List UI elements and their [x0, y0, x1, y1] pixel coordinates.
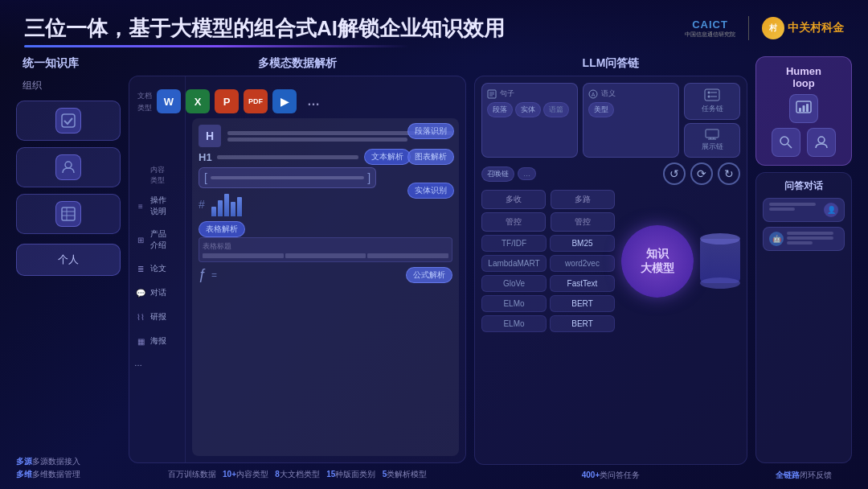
table-visual: 表格标题 [199, 237, 452, 262]
tcell3 [367, 253, 448, 258]
kb-box-table [16, 194, 121, 234]
ret-bert1: BERT [550, 295, 615, 312]
check-icon [55, 108, 81, 134]
image-analysis-badge: 图表解析 [407, 149, 454, 165]
content-types: 内容类型 ≡ 操作说明 ⊞ 产品介绍 ≣ 论文 💬 对话 [129, 76, 186, 462]
retrieval-grid: TF/IDF BM25 LambdaMART word2vec GloVe Fa… [481, 235, 615, 332]
bar1 [211, 207, 216, 216]
left-footer-highlight2: 多维 [16, 470, 32, 479]
nlu-row: 句子 段落 实体 语篇 A 语义 美型 [481, 83, 740, 158]
refresh-row: ↺ ⟳ ↻ [663, 162, 740, 185]
org-group-label: 组织 [16, 76, 121, 94]
entity-badge: 实体识别 [407, 183, 454, 199]
table-area: 表格解析 表格标题 [199, 220, 452, 262]
search-icon-btn [772, 128, 800, 157]
tcell1 [203, 253, 284, 258]
multi-route-box: 多路 [551, 190, 615, 209]
task-chain-label: 任务链 [702, 104, 723, 114]
cylinder [700, 239, 740, 283]
bar5 [237, 197, 242, 216]
chip-discourse: 语篇 [543, 102, 569, 117]
ct-item-dialog: 💬 对话 [129, 282, 185, 303]
table-analysis-badge: 表格解析 [199, 221, 245, 237]
formula-icon: ƒ [199, 266, 207, 283]
user-avatar: 👤 [824, 203, 838, 217]
table-label: 表格标题 [203, 241, 448, 252]
task-chain-box: 任务链 [684, 83, 740, 120]
llm-section-label: LLM问答链 [474, 56, 747, 71]
chat-lines-user [769, 203, 821, 211]
ret-bert2: BERT [550, 315, 615, 332]
nlu-title-sentence: 句子 [487, 88, 572, 99]
display-chain-inner: 展示链 [690, 129, 735, 152]
zgc-icon: 村 [762, 17, 784, 39]
equals-icon: = [211, 269, 217, 281]
ct-item-paper: ≣ 论文 [129, 258, 185, 279]
knowledge-retrieval-row: 多收 多路 管控 管控 TF/IDF BM25 [481, 190, 740, 332]
ct-item-research: ⌇⌇ 研报 [129, 306, 185, 327]
ct-item-poster: ▦ 海报 [129, 331, 185, 351]
panel-right: Humenloop 问答对话 [755, 56, 852, 481]
qa-box: 问答对话 👤 🤖 [755, 172, 852, 463]
formula-badge: 公式解析 [406, 267, 452, 283]
right-footer: 全链路闭环反馈 [755, 470, 852, 481]
bar3 [224, 194, 229, 216]
dialog-icon: 💬 [134, 286, 147, 299]
humen-loop-title: Humenloop [786, 65, 821, 89]
middle-section-label: 多模态数据解析 [129, 56, 466, 71]
ct-item-product: ⊞ 产品介绍 [129, 224, 185, 255]
chip-para: 段落 [487, 102, 513, 117]
user-icon [55, 154, 81, 180]
llm-inner: 句子 段落 实体 语篇 A 语义 美型 [474, 76, 747, 465]
text-analysis-badge: 文本解析 [364, 149, 411, 165]
nlu-box-semantic: A 语义 美型 [583, 83, 679, 158]
svg-rect-24 [806, 104, 809, 112]
bar2 [218, 200, 223, 216]
chip-dots: … [518, 167, 536, 180]
retrieval-left: 多收 多路 管控 管控 TF/IDF BM25 [481, 190, 615, 332]
chart-icon-btn [789, 94, 818, 123]
ct-item-ops: ≡ 操作说明 [129, 191, 185, 221]
para-badge: 段落识别 [407, 123, 454, 139]
poster-icon: ▦ [134, 335, 147, 347]
refresh-icon1: ↺ [663, 162, 686, 185]
refresh-icon3: ↻ [718, 162, 740, 185]
output-box: 管控 [551, 212, 615, 232]
svg-rect-0 [62, 114, 75, 127]
ret-bm25: BM25 [550, 235, 615, 252]
qa-title: 问答对话 [763, 179, 845, 193]
vector-db [700, 239, 740, 283]
ops-icon: ≡ [134, 199, 147, 212]
personal-group: 个人 [16, 244, 121, 276]
hash-icon: # [199, 198, 205, 211]
chat-lines-bot [787, 232, 838, 244]
content-type-col-label: 内容类型 [129, 163, 185, 187]
page-title: 三位一体，基于大模型的组合式AI解锁企业知识效用 [24, 14, 685, 43]
content-type-label: 类型 [137, 103, 152, 113]
ret-glove: GloVe [481, 275, 547, 292]
feedback-row: 召唤链 … ↺ ⟳ ↻ [481, 162, 740, 185]
middle-inner: 文档 类型 W X P PDF ▶ … 内容类型 ≡ 操作说明 [129, 76, 466, 463]
svg-rect-17 [706, 129, 719, 138]
product-icon: ⊞ [134, 233, 147, 246]
panel-middle: 多模态数据解析 文档 类型 W X P PDF ▶ … [129, 56, 466, 481]
left-section-label: 统一知识库 [16, 56, 121, 71]
cline4 [787, 236, 833, 240]
chip-recall: 召唤链 [481, 166, 514, 182]
svg-point-27 [818, 137, 825, 143]
svg-point-14 [708, 96, 710, 98]
zgc-logo: 村 中关村科金 [762, 17, 844, 39]
ret-lambda: LambdaMART [481, 255, 547, 272]
parsing-area: 段落识别 文本解析 图表解析 实体识别 H [186, 76, 465, 462]
chip-entity: 实体 [515, 102, 541, 117]
logo-divider [748, 16, 749, 40]
doc-type-label: 文档 [137, 91, 152, 101]
control-row: 管控 管控 [481, 212, 615, 232]
svg-point-1 [65, 162, 72, 168]
entity-line [211, 176, 364, 179]
chat-bubble-bot: 🤖 [763, 227, 845, 251]
svg-rect-23 [803, 105, 805, 112]
humen-icons [772, 94, 836, 157]
header-underline [24, 45, 410, 47]
control-box: 管控 [481, 212, 546, 232]
